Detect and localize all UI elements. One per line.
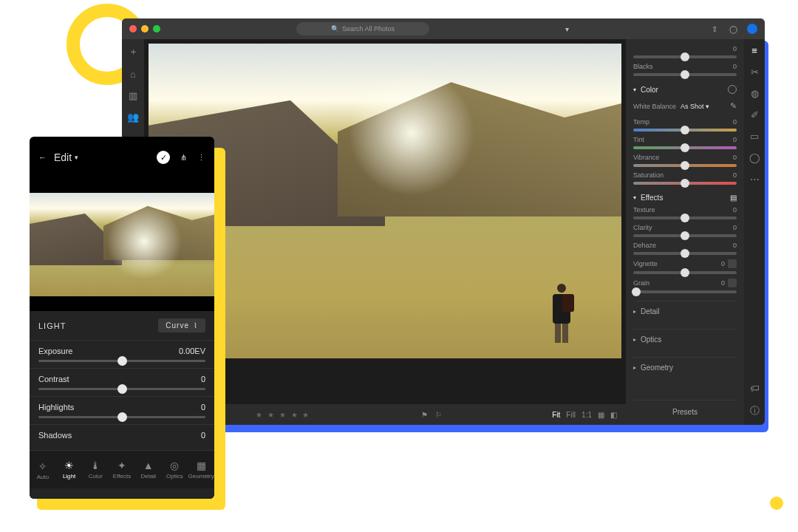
chevron-down-icon: ▾ [75, 154, 78, 161]
chevron-right-icon: ▸ [633, 364, 636, 371]
accept-icon[interactable]: ✓ [157, 151, 170, 164]
flag-reject-icon[interactable]: ⚐ [435, 411, 442, 419]
slider-clarity[interactable]: Clarity0 [633, 224, 737, 237]
mobile-tabs: ⟡Auto ☀Light 🌡Color ✦Effects ▲Detail ◎Op… [30, 450, 214, 488]
slider-saturation[interactable]: Saturation0 [633, 171, 737, 185]
search-input[interactable]: 🔍 Search All Photos [296, 22, 429, 35]
decor-dot [770, 497, 783, 510]
slider-dehaze[interactable]: Dehaze0 [633, 242, 737, 255]
minimize-icon[interactable] [141, 25, 149, 33]
rating-stars[interactable]: ★ ★ ★ ★ ★ [256, 411, 310, 419]
effects-options-icon[interactable]: ▤ [730, 194, 737, 202]
section-color[interactable]: ▾ Color [633, 85, 737, 94]
tab-detail[interactable]: ▲Detail [135, 451, 162, 488]
slider-vignette[interactable]: Vignette 0 [633, 259, 737, 274]
photo-hiker [549, 284, 574, 343]
tab-light[interactable]: ☀Light [56, 451, 83, 488]
chevron-down-icon: ▾ [633, 194, 636, 201]
auto-icon: ⟡ [39, 460, 46, 472]
zoom-icon[interactable] [153, 25, 160, 33]
people-icon[interactable]: 👥 [127, 112, 139, 123]
slider-texture[interactable]: Texture0 [633, 206, 737, 219]
slider-grain[interactable]: Grain 0 [633, 279, 737, 293]
linear-grad-icon[interactable]: ▭ [750, 131, 759, 142]
vignette-expand-icon[interactable] [728, 259, 737, 268]
globe-icon[interactable]: ◯ [729, 25, 740, 33]
search-placeholder: Search All Photos [342, 25, 395, 33]
mobile-title[interactable]: Edit ▾ [54, 151, 78, 163]
curve-icon: ⌇ [194, 321, 198, 330]
add-photo-icon[interactable]: ＋ [129, 45, 138, 58]
white-balance-dropdown[interactable]: As Shot ▾ [681, 103, 709, 110]
section-optics[interactable]: ▸ Optics [633, 329, 737, 349]
edit-panel: 0 Blacks0 ▾ Color White Balance As Shot … [626, 39, 744, 425]
tool-rail: ≡ ✂ ◍ ✐ ▭ ◯ ⋯ 🏷 ⓘ [744, 39, 765, 425]
info-icon[interactable]: ⓘ [750, 404, 760, 417]
slider-shadows[interactable]: Shadows0 [30, 424, 214, 450]
zoom-fit[interactable]: Fit [552, 411, 560, 419]
tab-color[interactable]: 🌡Color [82, 451, 109, 488]
filter-icon[interactable]: ▾ [565, 25, 576, 33]
flag-pick-icon[interactable]: ⚑ [421, 411, 428, 419]
mobile-edit-panel: LIGHT Curve ⌇ Exposure0.00EV Contrast0 H… [30, 311, 214, 499]
light-section-header: LIGHT Curve ⌇ [30, 311, 214, 340]
slider-generic[interactable]: 0 [633, 45, 737, 58]
more-icon[interactable]: ⋮ [197, 153, 205, 163]
slider-vibrance[interactable]: Vibrance0 [633, 154, 737, 167]
mobile-canvas[interactable] [30, 178, 214, 311]
section-geometry[interactable]: ▸ Geometry [633, 357, 737, 378]
eyedropper-icon[interactable]: ✎ [730, 101, 737, 111]
grain-expand-icon[interactable] [728, 279, 737, 287]
slider-tint[interactable]: Tint0 [633, 136, 737, 149]
compare-view-icon[interactable]: ◧ [610, 411, 617, 419]
keywords-icon[interactable]: 🏷 [750, 383, 760, 394]
library-icon[interactable]: ▥ [129, 90, 137, 101]
slider-highlights[interactable]: Highlights0 [30, 396, 214, 424]
chevron-down-icon: ▾ [633, 86, 636, 93]
geometry-icon: ▦ [197, 460, 206, 471]
cloud-sync-icon[interactable] [747, 24, 757, 34]
crop-icon[interactable]: ✂ [751, 66, 759, 78]
edit-sliders-icon[interactable]: ≡ [751, 45, 757, 56]
color-icon: 🌡 [90, 460, 100, 471]
presets-button[interactable]: Presets [633, 400, 737, 419]
search-icon: 🔍 [331, 25, 339, 33]
close-icon[interactable] [129, 25, 137, 33]
zoom-fill[interactable]: Fill [566, 411, 576, 419]
optics-icon: ◎ [170, 460, 179, 471]
slider-blacks[interactable]: Blacks0 [633, 63, 737, 76]
slider-exposure[interactable]: Exposure0.00EV [30, 340, 214, 368]
section-detail[interactable]: ▸ Detail [633, 301, 737, 321]
effects-icon: ✦ [117, 460, 126, 471]
radial-grad-icon[interactable]: ◯ [749, 152, 760, 163]
grid-view-icon[interactable]: ▦ [598, 411, 604, 419]
color-mixer-icon[interactable] [728, 85, 737, 94]
titlebar: 🔍 Search All Photos ▾ ⇧ ◯ [122, 18, 765, 39]
light-icon: ☀ [64, 460, 74, 471]
zoom-ratio[interactable]: 1:1 [582, 411, 592, 419]
slider-contrast[interactable]: Contrast0 [30, 368, 214, 396]
section-effects[interactable]: ▾ Effects ▤ [633, 194, 737, 202]
healing-icon[interactable]: ◍ [751, 88, 759, 99]
back-icon[interactable]: ← [38, 153, 47, 162]
tab-optics[interactable]: ◎Optics [162, 451, 188, 488]
home-icon[interactable]: ⌂ [130, 69, 136, 80]
tab-geometry[interactable]: ▦Geometry [188, 451, 214, 488]
mobile-window: ← Edit ▾ ✓ ⋔ ⋮ LIGHT Curve ⌇ Exposure0.0… [30, 137, 214, 499]
share-icon[interactable]: ⋔ [180, 153, 187, 163]
window-controls [129, 25, 160, 33]
curve-button[interactable]: Curve ⌇ [158, 318, 205, 332]
mobile-topbar: ← Edit ▾ ✓ ⋔ ⋮ [30, 137, 214, 178]
chevron-right-icon: ▸ [633, 308, 636, 315]
tab-effects[interactable]: ✦Effects [109, 451, 135, 488]
slider-temp[interactable]: Temp0 [633, 118, 737, 132]
detail-icon: ▲ [143, 460, 154, 471]
more-icon[interactable]: ⋯ [750, 174, 760, 185]
chevron-right-icon: ▸ [633, 336, 636, 343]
photo-sunflare [338, 59, 485, 207]
brush-icon[interactable]: ✐ [751, 109, 759, 120]
tab-auto[interactable]: ⟡Auto [30, 451, 56, 488]
white-balance-row: White Balance As Shot ▾ ✎ [633, 101, 737, 111]
share-icon[interactable]: ⇧ [712, 25, 722, 33]
